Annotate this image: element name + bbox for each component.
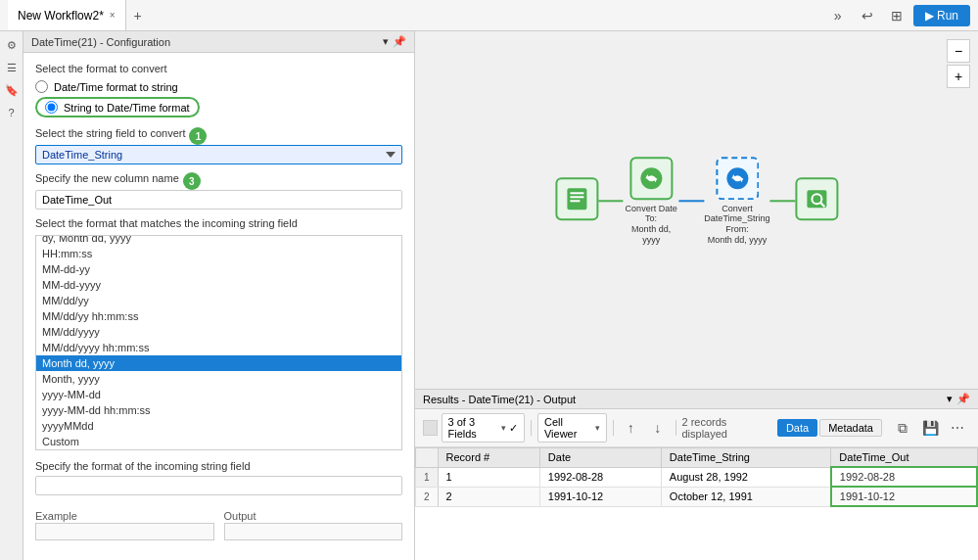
svg-rect-2 <box>570 196 583 198</box>
select-format-label: Select the format to convert <box>35 63 402 74</box>
gear-icon[interactable]: ⚙ <box>7 39 17 52</box>
workflow-nodes: Convert Date To:Month dd, yyyy ConvertDa… <box>555 157 838 246</box>
radio-item-string[interactable]: String to Date/Time format <box>35 97 402 117</box>
tab-buttons: Data Metadata <box>777 419 882 437</box>
view-chevron: ▾ <box>595 423 600 433</box>
node-browse[interactable] <box>795 177 838 224</box>
right-panel: − + Convert Date To:Mont <box>415 31 978 560</box>
row-num: 2 <box>416 487 439 506</box>
format-list-item[interactable]: MM/dd/yy <box>36 293 401 308</box>
cell-datetime-string: October 12, 1991 <box>661 487 830 506</box>
panel-header-title: DateTime(21) - Configuration <box>31 36 170 48</box>
radio-item-datetime[interactable]: Date/Time format to string <box>35 80 402 93</box>
tab-data-btn[interactable]: Data <box>777 419 817 437</box>
toolbar-sep-1 <box>531 420 532 436</box>
format-list-item[interactable]: yyyy-MM-dd hh:mm:ss <box>36 402 401 418</box>
table-row: 2 2 1991-10-12 October 12, 1991 1991-10-… <box>416 487 978 506</box>
node-convert2-icon <box>716 157 759 200</box>
format-list-item[interactable]: yyyy-MM-dd <box>36 387 401 402</box>
undo-icon[interactable]: ↩ <box>855 3 880 28</box>
string-field-select[interactable]: DateTime_String <box>35 145 402 164</box>
format-list-item[interactable]: dy, Month dd, yyyy <box>36 235 401 246</box>
format-list-item[interactable]: Month, yyyy <box>36 371 401 387</box>
results-toolbar: 3 of 3 Fields ▾ ✓ Cell Viewer ▾ ↑ ↓ 2 re… <box>415 409 978 447</box>
format-list[interactable]: day, dd Month, yyyydd-MM-yydd-MM-yyyydd-… <box>35 235 402 450</box>
format-list-item[interactable]: MM-dd-yyyy <box>36 277 401 293</box>
help-icon[interactable]: ? <box>8 107 14 118</box>
sort-down-icon[interactable]: ↓ <box>646 415 669 441</box>
list-icon[interactable]: ☰ <box>7 62 17 74</box>
example-output-row: Example Output <box>35 509 402 540</box>
cell-date: 1992-08-28 <box>539 467 661 487</box>
sort-up-icon[interactable]: ↑ <box>620 415 642 441</box>
results-header-icons: ▾ 📌 <box>947 393 970 405</box>
new-column-label: Specify the new column name <box>35 172 179 184</box>
format-list-item[interactable]: Custom <box>36 434 401 449</box>
cell-record: 1 <box>438 467 539 487</box>
save-icon[interactable]: 💾 <box>917 415 943 441</box>
cell-datetime-out: 1991-10-12 <box>831 487 977 506</box>
panel-pin-icon[interactable]: 📌 <box>393 35 406 48</box>
zoom-out-btn[interactable]: − <box>947 39 970 63</box>
radio-label-datetime: Date/Time format to string <box>54 81 178 93</box>
format-list-item[interactable]: Month dd, yyyy <box>36 355 401 371</box>
copy-icon[interactable]: ⧉ <box>890 415 915 441</box>
results-header: Results - DateTime(21) - Output ▾ 📌 <box>415 390 978 409</box>
node-convert1[interactable]: Convert Date To:Month dd, yyyy <box>623 157 678 246</box>
panel-dropdown-icon[interactable]: ▾ <box>383 35 389 48</box>
records-text: 2 records displayed <box>682 416 766 440</box>
results-icon-btns: ⧉ 💾 ⋯ <box>890 415 970 441</box>
select-string-row: Select the string field to convert 1 <box>35 127 402 145</box>
specify-format-input[interactable] <box>35 476 402 495</box>
radio-label-string: String to Date/Time format <box>64 102 190 114</box>
svg-rect-1 <box>570 192 583 194</box>
options-icon[interactable]: ⋯ <box>945 415 970 441</box>
canvas-controls: − + <box>947 39 970 88</box>
top-bar-actions: » ↩ ⊞ ▶ Run <box>825 3 970 28</box>
format-match-row: Select the format that matches the incom… <box>35 217 402 235</box>
fields-dropdown[interactable]: 3 of 3 Fields ▾ ✓ <box>442 413 526 443</box>
fields-label: 3 of 3 Fields <box>448 416 499 440</box>
new-column-input[interactable] <box>35 190 402 210</box>
format-list-item[interactable]: MM/dd/yyyy <box>36 324 401 340</box>
main-layout: ⚙ ☰ 🔖 ? DateTime(21) - Configuration ▾ 📌… <box>0 31 978 560</box>
results-dropdown-icon[interactable]: ▾ <box>947 393 953 405</box>
bookmark-icon[interactable]: 🔖 <box>5 84 19 97</box>
radio-string-to-datetime[interactable] <box>45 101 58 114</box>
workflow-tab[interactable]: New Workflow2* × <box>8 0 126 30</box>
zoom-in-btn[interactable]: + <box>947 65 970 88</box>
view-dropdown[interactable]: Cell Viewer ▾ <box>537 413 607 443</box>
toolbar-sep-3 <box>675 420 676 436</box>
example-input[interactable] <box>35 523 214 540</box>
radio-selected-outline[interactable]: String to Date/Time format <box>35 97 200 117</box>
connector-1 <box>598 200 624 202</box>
tab-close-btn[interactable]: × <box>110 10 116 21</box>
cell-record: 2 <box>438 487 539 506</box>
new-column-row: Specify the new column name 3 <box>35 172 402 190</box>
node-input[interactable] <box>555 177 598 224</box>
results-panel: Results - DateTime(21) - Output ▾ 📌 3 of… <box>415 389 978 560</box>
format-list-item[interactable]: MM/dd/yy hh:mm:ss <box>36 308 401 324</box>
format-list-item[interactable]: yyyyMMdd <box>36 418 401 434</box>
side-icons: ⚙ ☰ 🔖 ? <box>0 31 23 560</box>
row-selector-icon <box>423 420 438 436</box>
panel-header: DateTime(21) - Configuration ▾ 📌 <box>23 31 414 53</box>
layout-icon[interactable]: ⊞ <box>884 3 909 28</box>
tab-metadata-btn[interactable]: Metadata <box>819 419 882 437</box>
fields-chevron: ▾ <box>501 423 506 433</box>
format-list-item[interactable]: HH:mm:ss <box>36 246 401 261</box>
run-button[interactable]: ▶ Run <box>913 5 970 26</box>
results-table: Record # Date DateTime_String DateTime_O… <box>415 447 978 560</box>
results-pin-icon[interactable]: 📌 <box>956 393 970 405</box>
col-header-datetime-out: DateTime_Out <box>831 448 977 468</box>
tab-add-btn[interactable]: + <box>126 4 150 27</box>
format-list-item[interactable]: MM-dd-yy <box>36 261 401 277</box>
overflow-icon[interactable]: » <box>825 3 851 28</box>
node-convert2[interactable]: ConvertDateTime_StringFrom:Month dd, yyy… <box>704 157 769 246</box>
radio-datetime-to-string[interactable] <box>35 80 48 93</box>
output-input[interactable] <box>224 523 403 540</box>
format-list-item[interactable]: MM/dd/yyyy hh:mm:ss <box>36 340 401 355</box>
col-header-date: Date <box>539 448 661 468</box>
left-panel: DateTime(21) - Configuration ▾ 📌 Select … <box>23 31 415 560</box>
node-browse-icon <box>795 177 838 220</box>
